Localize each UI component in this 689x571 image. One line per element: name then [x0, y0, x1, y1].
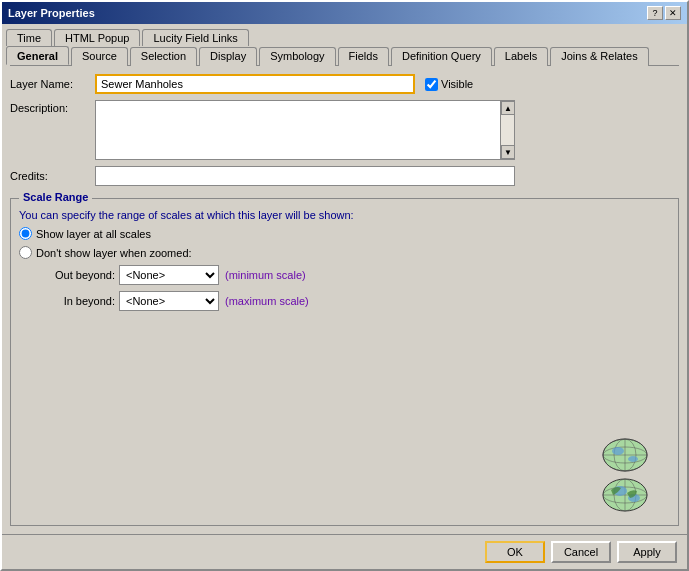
- tab-symbology[interactable]: Symbology: [259, 47, 335, 66]
- radio-dont-show: Don't show layer when zoomed:: [19, 246, 670, 259]
- scroll-up-btn[interactable]: ▲: [501, 101, 515, 115]
- radio-all-scales: Show layer at all scales: [19, 227, 670, 240]
- title-bar: Layer Properties ? ✕: [2, 2, 687, 24]
- out-beyond-note: (minimum scale): [225, 269, 306, 281]
- tab-time[interactable]: Time: [6, 29, 52, 46]
- credits-label: Credits:: [10, 170, 95, 182]
- layer-properties-dialog: Layer Properties ? ✕ Time HTML Popup Luc…: [0, 0, 689, 571]
- scroll-down-btn[interactable]: ▼: [501, 145, 515, 159]
- title-bar-buttons: ? ✕: [647, 6, 681, 20]
- out-beyond-dropdown[interactable]: <None>: [119, 265, 219, 285]
- tab-container: Time HTML Popup Lucity Field Links Gener…: [2, 24, 687, 66]
- close-button[interactable]: ✕: [665, 6, 681, 20]
- cancel-button[interactable]: Cancel: [551, 541, 611, 563]
- tab-display[interactable]: Display: [199, 47, 257, 66]
- scale-range-box: Scale Range You can specify the range of…: [10, 198, 679, 526]
- tab-html-popup[interactable]: HTML Popup: [54, 29, 140, 46]
- credits-input[interactable]: [95, 166, 515, 186]
- tab-lucity-field-links[interactable]: Lucity Field Links: [142, 29, 248, 46]
- radio-all-scales-label: Show layer at all scales: [36, 228, 151, 240]
- tab-source[interactable]: Source: [71, 47, 128, 66]
- visible-checkbox[interactable]: [425, 78, 438, 91]
- description-group: Description: ▲ ▼: [10, 100, 679, 160]
- visible-group: Visible: [425, 78, 473, 91]
- radio-dont-show-input[interactable]: [19, 246, 32, 259]
- tab-definition-query[interactable]: Definition Query: [391, 47, 492, 66]
- in-beyond-row: In beyond: <None> (maximum scale): [35, 291, 670, 311]
- bottom-bar: OK Cancel Apply: [2, 534, 687, 569]
- svg-point-6: [612, 447, 624, 455]
- visible-label: Visible: [441, 78, 473, 90]
- tab-labels[interactable]: Labels: [494, 47, 548, 66]
- tab-selection[interactable]: Selection: [130, 47, 197, 66]
- radio-dont-show-label: Don't show layer when zoomed:: [36, 247, 192, 259]
- description-input[interactable]: [96, 101, 500, 159]
- tab-general[interactable]: General: [6, 46, 69, 65]
- layer-name-group: Layer Name: Visible: [10, 74, 679, 94]
- globe-svg: [583, 435, 668, 515]
- in-beyond-note: (maximum scale): [225, 295, 309, 307]
- layer-name-input[interactable]: [95, 74, 415, 94]
- help-button[interactable]: ?: [647, 6, 663, 20]
- tab-row-2: General Source Selection Display Symbolo…: [6, 46, 683, 65]
- description-textarea-wrapper: ▲ ▼: [95, 100, 515, 160]
- in-beyond-label: In beyond:: [35, 295, 115, 307]
- scale-range-legend: Scale Range: [19, 191, 92, 203]
- window-title: Layer Properties: [8, 7, 95, 19]
- description-scrollbar: ▲ ▼: [500, 101, 514, 159]
- tab-fields[interactable]: Fields: [338, 47, 389, 66]
- scroll-track: [501, 115, 514, 145]
- apply-button[interactable]: Apply: [617, 541, 677, 563]
- out-beyond-label: Out beyond:: [35, 269, 115, 281]
- out-beyond-row: Out beyond: <None> (minimum scale): [35, 265, 670, 285]
- credits-group: Credits:: [10, 166, 679, 186]
- scale-range-hint: You can specify the range of scales at w…: [19, 209, 670, 221]
- globe-image: [583, 435, 668, 515]
- ok-button[interactable]: OK: [485, 541, 545, 563]
- tab-row-1: Time HTML Popup Lucity Field Links: [6, 28, 683, 45]
- content-area: Layer Name: Visible Description: ▲ ▼ Cre…: [2, 66, 687, 534]
- description-label: Description:: [10, 100, 95, 114]
- svg-point-7: [628, 456, 638, 462]
- radio-all-scales-input[interactable]: [19, 227, 32, 240]
- layer-name-label: Layer Name:: [10, 78, 95, 90]
- in-beyond-dropdown[interactable]: <None>: [119, 291, 219, 311]
- tab-joins-relates[interactable]: Joins & Relates: [550, 47, 648, 66]
